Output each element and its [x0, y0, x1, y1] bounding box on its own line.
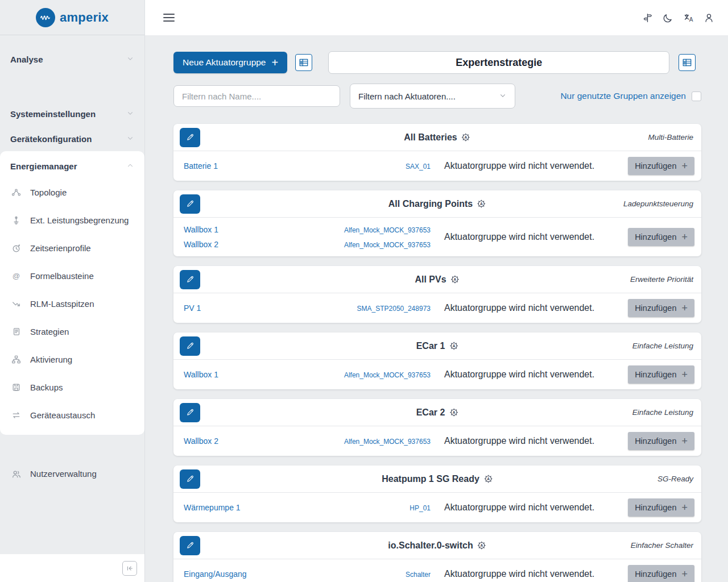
sidebar-section-systemeinstellungen[interactable]: Systemeinstellungen	[0, 101, 144, 126]
add-button-label: Hinzufügen	[635, 232, 676, 242]
sidebar-item-rlm-lastspitzen[interactable]: RLM-Lastspitzen	[0, 290, 144, 318]
backups-icon	[11, 383, 22, 393]
device-name-link[interactable]: PV 1	[184, 304, 201, 313]
group-type-label: Einfache Leistung	[632, 342, 693, 350]
chevron-down-icon	[126, 134, 134, 144]
topology-icon	[11, 188, 22, 198]
add-button-label: Hinzufügen	[635, 161, 676, 171]
device-id-link[interactable]: SAX_01	[406, 163, 431, 171]
plus-icon: +	[681, 436, 688, 446]
strategies-icon	[11, 327, 22, 337]
add-to-group-button[interactable]: Hinzufügen+	[628, 299, 694, 317]
device-id-link[interactable]: Alfen_Mock_MOCK_937653	[344, 438, 431, 446]
add-to-group-button[interactable]: Hinzufügen+	[628, 365, 694, 384]
sidebar-item-geräteaustausch[interactable]: Geräteaustausch	[0, 401, 144, 429]
device-id-link[interactable]: Alfen_Mock_MOCK_937653	[344, 226, 431, 234]
sidebar-item-backups[interactable]: Backups	[0, 373, 144, 401]
app-root: amperix AnalyseSystemeinstellungenGeräte…	[0, 0, 728, 582]
device-name-link[interactable]: Wallbox 2	[184, 240, 218, 249]
edit-group-button[interactable]	[180, 270, 200, 289]
menu-icon[interactable]	[163, 14, 175, 22]
group-card-body: PV 1SMA_STP2050_248973Aktuatorgruppe wir…	[173, 293, 701, 323]
device-name-link[interactable]: Wallbox 1	[184, 370, 218, 379]
sidebar-item-zeitserienprofile[interactable]: Zeitserienprofile	[0, 234, 144, 262]
group-status-text: Aktuatorgruppe wird nicht verwendet.	[444, 502, 628, 513]
strategy-table-view-icon[interactable]	[679, 54, 696, 71]
device-id-link[interactable]: Alfen_Mock_MOCK_937653	[344, 371, 431, 379]
logo[interactable]: amperix	[0, 0, 144, 35]
device-id-link[interactable]: Alfen_Mock_MOCK_937653	[344, 241, 431, 249]
edit-group-button[interactable]	[180, 194, 200, 214]
limit-icon	[11, 215, 22, 226]
filter-name-input[interactable]	[173, 85, 340, 107]
device-id-link[interactable]: HP_01	[410, 504, 431, 512]
group-card-header: Heatpump 1 SG ReadyASG-Ready	[173, 465, 701, 493]
sidebar-item-nutzerverwaltung[interactable]: Nutzerverwaltung	[0, 460, 144, 488]
device-list: Wallbox 1Alfen_Mock_MOCK_937653	[180, 368, 431, 381]
chevron-down-icon	[126, 109, 134, 119]
edit-group-button[interactable]	[180, 336, 200, 356]
user-icon[interactable]	[704, 13, 714, 23]
plus-icon: +	[681, 232, 688, 242]
device-name-link[interactable]: Eingang/Ausgang	[184, 569, 247, 579]
language-icon[interactable]: A	[683, 13, 694, 23]
sidebar-section-analyse[interactable]: Analyse	[0, 47, 144, 72]
sidebar-section-label: Gerätekonfiguration	[10, 134, 92, 144]
auto-badge-icon: A	[449, 408, 458, 417]
timeseries-icon	[11, 243, 22, 253]
edit-group-button[interactable]	[180, 403, 200, 422]
show-used-groups-checkbox[interactable]	[692, 92, 701, 101]
edit-group-button[interactable]	[180, 469, 200, 489]
toolbar-row-2: Filtern nach Aktuatoren.... Nur genutzte…	[173, 84, 701, 109]
peaks-icon	[11, 299, 22, 309]
strategy-name-input[interactable]	[328, 51, 669, 74]
auto-badge-icon: A	[450, 275, 460, 284]
device-id-link[interactable]: SMA_STP2050_248973	[357, 305, 431, 313]
filter-actuators-label: Filtern nach Aktuatoren....	[358, 92, 456, 101]
svg-text:A: A	[465, 135, 468, 139]
add-to-group-button[interactable]: Hinzufügen+	[628, 157, 694, 175]
dark-mode-icon[interactable]	[663, 13, 673, 23]
svg-text:A: A	[689, 16, 693, 23]
edit-group-button[interactable]	[180, 536, 200, 555]
group-card-header: ECar 1AEinfache Leistung	[173, 332, 701, 360]
filter-actuators-select[interactable]: Filtern nach Aktuatoren....	[350, 84, 515, 109]
sidebar-item-formelbausteine[interactable]: @Formelbausteine	[0, 262, 144, 290]
device-row: Wallbox 2Alfen_Mock_MOCK_937653	[180, 238, 431, 251]
device-name-link[interactable]: Wärmepumpe 1	[184, 503, 241, 512]
edit-group-button[interactable]	[180, 128, 200, 147]
group-title: All PVsA	[415, 275, 460, 285]
show-used-groups-label[interactable]: Nur genutzte Gruppen anzeigen	[560, 91, 686, 101]
sidebar-section-gerätekonfiguration[interactable]: Gerätekonfiguration	[0, 126, 144, 151]
add-button-label: Hinzufügen	[635, 304, 676, 313]
device-name-link[interactable]: Wallbox 2	[184, 436, 218, 446]
sidebar-item-aktivierung[interactable]: Aktivierung	[0, 346, 144, 373]
sidebar-section-energiemanager[interactable]: Energiemanager	[0, 153, 144, 178]
group-table-view-icon[interactable]	[295, 54, 312, 71]
signpost-icon[interactable]	[642, 13, 653, 23]
device-name-link[interactable]: Batterie 1	[184, 161, 218, 171]
sidebar-item-strategien[interactable]: Strategien	[0, 318, 144, 346]
sidebar-item-label: Formelbausteine	[30, 271, 94, 281]
auto-badge-icon: A	[449, 341, 458, 351]
sidebar-section-label: Energiemanager	[10, 161, 77, 171]
add-to-group-button[interactable]: Hinzufügen+	[628, 228, 694, 246]
add-to-group-button[interactable]: Hinzufügen+	[628, 498, 694, 517]
device-name-link[interactable]: Wallbox 1	[184, 225, 218, 234]
actuator-group-card: All PVsAErweiterte PrioritätPV 1SMA_STP2…	[173, 266, 701, 323]
new-actuator-group-button[interactable]: Neue Aktuatorgruppe +	[173, 52, 287, 73]
group-card-body: Batterie 1SAX_01Aktuatorgruppe wird nich…	[173, 151, 701, 181]
add-to-group-button[interactable]: Hinzufügen+	[628, 565, 694, 582]
sidebar-item-label: Strategien	[30, 327, 69, 336]
sidebar-item-label: Nutzerverwaltung	[30, 469, 97, 479]
chevron-up-icon	[126, 161, 134, 171]
add-to-group-button[interactable]: Hinzufügen+	[628, 432, 694, 450]
group-type-label: Einfache Leistung	[632, 408, 693, 417]
device-id-link[interactable]: Schalter	[406, 571, 431, 579]
device-list: Wallbox 2Alfen_Mock_MOCK_937653	[180, 435, 431, 447]
add-button-label: Hinzufügen	[635, 569, 676, 579]
sidebar-item-topologie[interactable]: Topologie	[0, 178, 144, 206]
auto-badge-icon: A	[483, 474, 493, 484]
sidebar-collapse-button[interactable]	[122, 561, 137, 576]
sidebar-item-ext-leistungsbegrenzung[interactable]: Ext. Leistungsbegrenzung	[0, 206, 144, 234]
